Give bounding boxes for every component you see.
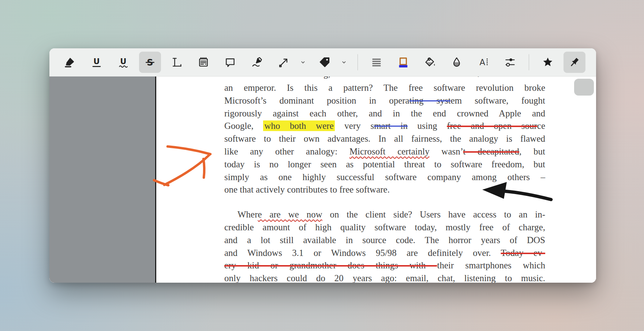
popup-note-tool-button[interactable] — [219, 52, 241, 73]
paragraph: Where are we now on the client side? Use… — [224, 208, 545, 283]
strikethrough-annotation-blue[interactable]: mart in — [374, 121, 408, 131]
text-run: rigorously against each other, and in th… — [224, 108, 545, 118]
squiggly-underline-annotation[interactable]: Microsoft certainly — [349, 146, 430, 156]
strikethrough-icon: S — [144, 56, 156, 68]
text-line: one that actively contributes to free so… — [224, 183, 545, 196]
text-line: ery kid or grandmother does things with … — [224, 259, 545, 272]
text-run: and Windows 3.1 or Windows 95/98 are def… — [224, 248, 501, 258]
text-line: today is no longer seen as potential thr… — [224, 158, 545, 171]
stamp-tag-tool-dropdown-button[interactable] — [338, 52, 350, 73]
document-view: g,. an emperor. Is this a pattern? The f… — [49, 77, 596, 283]
text-line: Microsoft’s dominant position in operati… — [224, 94, 545, 107]
underline-tool-button[interactable]: U — [86, 52, 108, 73]
document-page: g,. an emperor. Is this a pattern? The f… — [156, 77, 596, 283]
text-run: wasn’ — [430, 146, 463, 156]
text-line: rigorously against each other, and in th… — [224, 107, 545, 120]
chevron-down-icon — [340, 58, 348, 66]
text-line: and Windows 3.1 or Windows 95/98 are def… — [224, 247, 545, 260]
strikethrough-annotation-blue[interactable]: ting syst — [409, 96, 451, 105]
text-line: simply as one highly successful software… — [224, 171, 545, 184]
strikethrough-annotation-red[interactable]: Today ev- — [501, 248, 545, 258]
strikethrough-tool-button[interactable]: S — [139, 52, 161, 73]
toolbar-separator — [357, 54, 358, 70]
text-run: software to their own advantages. In all… — [224, 134, 545, 144]
text-line: software to their own advantages. In all… — [224, 133, 545, 145]
line-width-button[interactable] — [366, 52, 387, 73]
favorite-star-icon — [542, 56, 554, 68]
text-line: like any other analogy: Microsoft certai… — [224, 145, 545, 158]
highlighter-tool-button[interactable] — [59, 52, 81, 73]
highlighter-icon — [64, 56, 76, 68]
text-run: and a lot still available in source code… — [224, 235, 545, 245]
pin-icon — [568, 56, 581, 68]
text-line: an emperor. Is this a pattern? The free … — [224, 82, 545, 94]
svg-text:A: A — [479, 57, 485, 67]
insert-text-icon — [171, 56, 183, 68]
advanced-settings-button[interactable] — [499, 52, 521, 73]
text-run: Wher — [237, 209, 258, 219]
squiggle-underline-icon: U — [117, 56, 130, 68]
toolbar-separator — [529, 54, 529, 70]
underline-icon: U — [90, 56, 103, 68]
text-run: credible amount of high quality software… — [224, 222, 545, 232]
fill-color-button[interactable] — [419, 52, 441, 73]
text-run: on the client side? Users have access to… — [322, 209, 545, 219]
line-color-icon — [397, 56, 409, 68]
line-width-icon — [370, 56, 383, 68]
text-run: their smartphones which — [437, 260, 545, 270]
freehand-ink-icon — [251, 56, 263, 68]
opacity-icon — [450, 56, 463, 68]
text-run: very s — [335, 121, 374, 131]
inline-note-tool-button[interactable] — [192, 52, 214, 73]
document-text: an emperor. Is this a pattern? The free … — [224, 82, 545, 283]
arrow-line-icon — [277, 56, 290, 68]
svg-text:U: U — [93, 57, 100, 66]
viewer-background-margin — [49, 77, 155, 283]
stamp-tag-tool-button[interactable] — [314, 52, 336, 73]
stamp-tag-icon — [318, 56, 331, 68]
text-run: using — [408, 121, 447, 131]
popup-note-icon — [224, 56, 236, 68]
squiggle-underline-tool-button[interactable]: U — [112, 52, 134, 73]
text-run: ce — [537, 121, 545, 131]
strikethrough-annotation-red[interactable]: ery kid or grandmother does things with — [224, 260, 437, 270]
advanced-settings-icon — [504, 56, 516, 68]
font-icon: A — [477, 56, 490, 68]
text-run: like any other analogy: — [224, 146, 349, 156]
text-run: only hackers could do 20 years ago: emai… — [224, 273, 545, 283]
chevron-down-icon — [299, 58, 307, 66]
inline-note-icon — [197, 56, 210, 68]
font-button[interactable]: A — [472, 52, 494, 73]
clipped-glyph: . — [477, 77, 479, 79]
text-run: Google, — [224, 121, 263, 131]
opacity-button[interactable] — [446, 52, 468, 73]
freehand-ink-tool-button[interactable] — [246, 52, 268, 73]
clipped-glyph: g, — [323, 77, 330, 79]
strikethrough-annotation-red[interactable]: free and open sour — [447, 121, 537, 131]
text-run: one that actively contributes to free so… — [224, 185, 390, 194]
text-run: today is no longer seen as potential thr… — [224, 159, 545, 169]
text-line: and a lot still available in source code… — [224, 234, 545, 247]
pin-toolbar-button[interactable] — [564, 52, 585, 73]
highlight-annotation[interactable]: who both were — [263, 120, 334, 131]
fill-color-icon — [424, 56, 436, 68]
strikethrough-annotation-red[interactable]: t decapitated — [463, 146, 519, 156]
text-run: simply as one highly successful software… — [224, 172, 545, 182]
paragraph: an emperor. Is this a pattern? The free … — [224, 82, 545, 196]
viewer-window: UUSA g,. an emperor. Is this a pattern? … — [49, 48, 596, 283]
squiggly-underline-annotation[interactable]: e are we now — [258, 209, 322, 219]
text-run: Microsoft’s dominant position in opera — [224, 96, 409, 105]
text-line: credible amount of high quality software… — [224, 221, 545, 234]
insert-text-tool-button[interactable] — [166, 52, 188, 73]
arrow-line-tool-button[interactable] — [273, 52, 295, 73]
text-line: Where are we now on the client side? Use… — [224, 208, 545, 221]
clipped-text-line: g,. — [224, 77, 545, 81]
text-run: em software, fought — [451, 96, 545, 105]
line-color-button[interactable] — [392, 52, 414, 73]
text-run: , but — [519, 146, 545, 156]
text-line: Google, who both were very smart in usin… — [224, 120, 545, 133]
favorite-star-button[interactable] — [537, 52, 559, 73]
svg-text:U: U — [120, 57, 126, 66]
arrow-line-tool-dropdown-button[interactable] — [297, 52, 309, 73]
scrollbar-thumb[interactable] — [574, 79, 594, 96]
